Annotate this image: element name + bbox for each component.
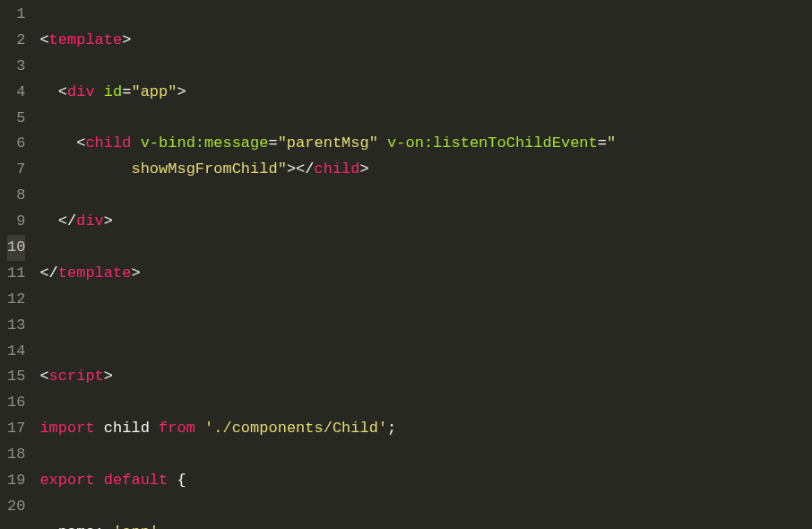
line-number-active: 10 [7, 235, 25, 261]
line-number: 2 [7, 28, 25, 54]
line-number: 20 [7, 494, 25, 520]
code-line: export default { [39, 468, 812, 494]
code-line: </template> [39, 261, 812, 287]
line-number: 11 [7, 261, 25, 287]
code-line: import child from './components/Child'; [39, 416, 812, 442]
line-number: 18 [7, 442, 25, 468]
line-number: 5 [7, 106, 25, 132]
code-line-active: name: 'app', [39, 520, 812, 529]
code-editor[interactable]: <template> <div id="app"> <child v-bind:… [36, 0, 812, 529]
line-number: 19 [7, 468, 25, 494]
line-number: 1 [7, 2, 25, 28]
line-number: 3 [7, 54, 25, 80]
line-number: 12 [7, 287, 25, 313]
line-number: 17 [7, 416, 25, 442]
line-number: 4 [7, 80, 25, 106]
line-number: 7 [7, 157, 25, 183]
code-line: <div id="app"> [39, 80, 812, 106]
code-line: <child v-bind:message="parentMsg" v-on:l… [39, 131, 812, 183]
line-number: 9 [7, 209, 25, 235]
code-line: <script> [39, 364, 812, 390]
code-line: <template> [39, 28, 812, 54]
line-number: 8 [7, 183, 25, 209]
line-number: 6 [7, 131, 25, 157]
code-line: </div> [39, 209, 812, 235]
code-line [39, 313, 812, 339]
line-number: 13 [7, 313, 25, 339]
line-number: 16 [7, 390, 25, 416]
line-number: 15 [7, 364, 25, 390]
line-number: 14 [7, 339, 25, 365]
line-number-gutter: 1 2 3 4 5 6 7 8 9 10 11 12 13 14 15 16 1… [0, 0, 36, 529]
